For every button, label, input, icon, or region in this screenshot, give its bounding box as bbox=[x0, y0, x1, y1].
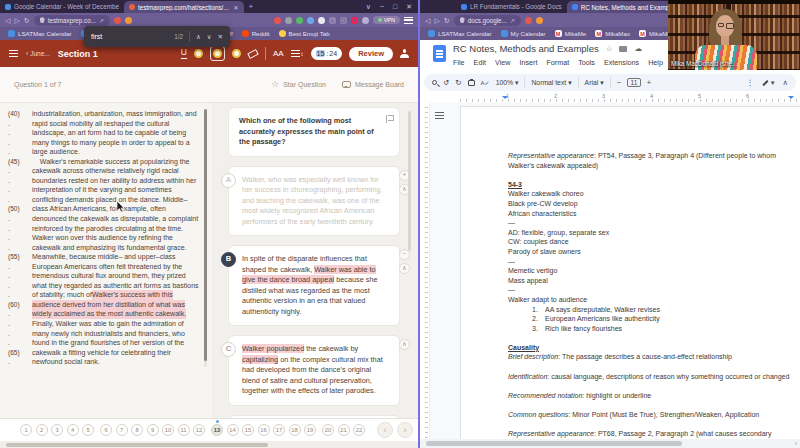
badge-red-icon[interactable] bbox=[525, 17, 532, 24]
question-nav-11[interactable]: 11 bbox=[178, 424, 190, 436]
answer-choice-A[interactable]: AWalker, who was especially well known f… bbox=[228, 166, 400, 237]
timer[interactable]: 15:24 bbox=[311, 47, 343, 60]
document-outline-icon[interactable] bbox=[435, 112, 444, 119]
find-input[interactable]: first bbox=[91, 33, 168, 40]
find-next-icon[interactable]: ∨ bbox=[207, 33, 212, 41]
opera-swirl-icon[interactable] bbox=[351, 17, 358, 24]
star-question-button[interactable]: ☆Star Question bbox=[271, 80, 326, 89]
tab-search-icon[interactable]: ∨ bbox=[366, 3, 371, 11]
question-nav-22[interactable]: 22 bbox=[353, 424, 365, 436]
new-tab-button[interactable]: + bbox=[244, 0, 259, 13]
font-select[interactable]: Arial▾ bbox=[585, 79, 604, 87]
flag-icon[interactable] bbox=[386, 115, 392, 123]
scroll-left-icon[interactable]: ‹ bbox=[795, 440, 797, 447]
highlighter-yellow-icon[interactable] bbox=[194, 49, 203, 58]
question-nav-15[interactable]: 15 bbox=[242, 424, 254, 436]
reload-icon[interactable]: ↻ bbox=[24, 17, 30, 24]
back-icon[interactable]: ◁ bbox=[425, 17, 430, 24]
forward-icon[interactable]: ▷ bbox=[14, 17, 19, 24]
move-folder-icon[interactable] bbox=[619, 46, 627, 52]
answer-letter-C[interactable]: C bbox=[221, 342, 236, 357]
question-nav-5[interactable]: 5 bbox=[82, 424, 94, 436]
sidebar-icon[interactable]: ▢ bbox=[340, 17, 347, 24]
badge-red-icon[interactable] bbox=[114, 17, 121, 24]
answer-letter-A[interactable]: A bbox=[221, 173, 236, 188]
review-button[interactable]: Review bbox=[349, 47, 393, 61]
extension-chat[interactable] bbox=[318, 17, 325, 24]
question-nav-12[interactable]: 12 bbox=[193, 424, 205, 436]
text-size-icon[interactable]: AA bbox=[273, 49, 284, 58]
bookmark-lsatmax-calendar[interactable]: LSATMax Calendar bbox=[8, 30, 72, 37]
answer-choice-C[interactable]: CWalker popularized the cakewalk by capi… bbox=[228, 335, 400, 406]
question-nav-14[interactable]: 14 bbox=[227, 424, 239, 436]
highlighter-active-icon[interactable] bbox=[210, 46, 225, 61]
message-board-button[interactable]: Message Board bbox=[342, 81, 404, 88]
passage-panel[interactable]: (40)industrialization, urbanization, mas… bbox=[0, 103, 212, 418]
question-nav-2[interactable]: 2 bbox=[36, 424, 48, 436]
tab-testmaxprep[interactable]: testmaxprep.com/hat/sections/... ✕ bbox=[124, 1, 244, 13]
document-page[interactable]: Representative appearance: PT54, Passage… bbox=[460, 106, 800, 448]
badge-orange-icon[interactable] bbox=[125, 17, 132, 24]
menu-tools[interactable]: Tools bbox=[578, 58, 595, 67]
extension-colored[interactable] bbox=[274, 17, 281, 24]
reload-icon[interactable]: ↻ bbox=[444, 17, 450, 24]
vpn-button[interactable]: VPN bbox=[373, 16, 400, 24]
close-window-icon[interactable]: ✕ bbox=[406, 3, 412, 11]
menu-file[interactable]: File bbox=[453, 58, 465, 67]
find-previous-icon[interactable]: ∧ bbox=[196, 33, 201, 41]
passage-scrollbar[interactable] bbox=[204, 109, 207, 367]
download-icon[interactable]: ↓ bbox=[329, 17, 336, 24]
question-nav-19[interactable]: 19 bbox=[304, 424, 316, 436]
highlighter-orange-icon[interactable] bbox=[232, 49, 241, 58]
question-nav-21[interactable]: 21 bbox=[338, 424, 350, 436]
back-icon[interactable]: ◁ bbox=[5, 17, 10, 24]
answer-caret-icon[interactable]: ∧ bbox=[399, 339, 410, 350]
question-nav-18[interactable]: 18 bbox=[289, 424, 301, 436]
line-spacing-icon[interactable]: ↕ bbox=[291, 50, 304, 57]
underline-tool-icon[interactable]: U bbox=[181, 48, 187, 59]
minimize-icon[interactable]: − bbox=[380, 3, 384, 10]
answer-choice-B[interactable]: BIn spite of the disparate influences th… bbox=[228, 245, 400, 326]
browser-menu-icon[interactable] bbox=[404, 17, 413, 24]
back-link[interactable]: ‹June... bbox=[26, 50, 50, 57]
question-nav-7[interactable]: 7 bbox=[116, 424, 128, 436]
decrease-font-icon[interactable]: − bbox=[617, 79, 621, 87]
badge-orange-icon[interactable] bbox=[536, 17, 543, 24]
search-menus-icon[interactable] bbox=[432, 80, 437, 85]
font-size-field[interactable]: 11 bbox=[627, 78, 641, 87]
menu-insert[interactable]: Insert bbox=[519, 58, 537, 67]
indent-marker-icon[interactable] bbox=[502, 96, 508, 102]
question-nav-1[interactable]: 1 bbox=[20, 424, 32, 436]
star-document-icon[interactable]: ☆ bbox=[606, 44, 613, 53]
eraser-icon[interactable] bbox=[247, 49, 259, 59]
horizontal-scrollbar[interactable] bbox=[6, 443, 268, 447]
tab-box-icon[interactable] bbox=[362, 17, 369, 24]
question-nav-13[interactable]: 13 bbox=[211, 424, 223, 436]
bookmark-mikame[interactable]: MMikaMe bbox=[555, 30, 587, 37]
spellcheck-icon[interactable]: A✓ bbox=[481, 80, 490, 86]
address-bar[interactable]: testmaxprep.co... ↗ bbox=[34, 15, 110, 26]
share-icon[interactable]: ↗ bbox=[99, 17, 104, 24]
find-close-icon[interactable]: ✕ bbox=[218, 33, 223, 41]
more-options-icon[interactable]: ⋮ bbox=[747, 79, 755, 87]
bookmark-reddit[interactable]: Reddit bbox=[242, 30, 270, 37]
bookmark-lsatmax-calendar[interactable]: LSATMax Calendar bbox=[428, 30, 492, 37]
profile-icon[interactable] bbox=[400, 49, 409, 58]
question-nav-8[interactable]: 8 bbox=[131, 424, 143, 436]
menu-edit[interactable]: Edit bbox=[474, 58, 486, 67]
bookmark-my-calendar[interactable]: My Calendar bbox=[501, 30, 546, 37]
editing-mode-button[interactable]: ▾ bbox=[762, 79, 774, 87]
document-canvas[interactable]: Representative appearance: PT54, Passage… bbox=[420, 103, 800, 448]
hide-menus-icon[interactable]: ∧ bbox=[783, 79, 789, 87]
tab-google-calendar[interactable]: Google Calendar - Week of Decembe bbox=[0, 0, 124, 13]
answer-caret-icon[interactable]: ∧ bbox=[399, 263, 410, 274]
question-nav-4[interactable]: 4 bbox=[67, 424, 79, 436]
menu-help[interactable]: Help bbox=[648, 58, 663, 67]
question-nav-17[interactable]: 17 bbox=[273, 424, 285, 436]
question-nav-16[interactable]: 16 bbox=[258, 424, 270, 436]
question-nav-10[interactable]: 10 bbox=[162, 424, 174, 436]
address-bar[interactable]: docs.google... ↗ bbox=[454, 15, 521, 26]
answers-scrollbar[interactable] bbox=[408, 111, 411, 251]
right-margin-marker-icon[interactable] bbox=[788, 96, 794, 102]
nav-previous-button[interactable]: ‹ bbox=[377, 422, 393, 438]
